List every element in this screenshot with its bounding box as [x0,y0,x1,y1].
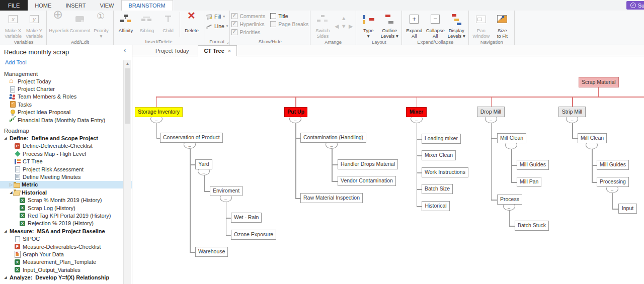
expanded-arrow-icon[interactable]: ◢ [4,275,8,279]
sidebar-item-metric[interactable]: ▷Metric [0,181,132,188]
sidebar-item-project-idea-proposal[interactable]: Project Idea Proposal [0,109,132,116]
tree-node-mill-guides[interactable]: Mill Guides [597,160,629,170]
make-x-button[interactable]: Make X Variable [3,11,24,39]
affinity-button[interactable]: Affinity [115,11,136,33]
sidebar-item-sipoc[interactable]: SIPOC [0,235,132,242]
sidebar-item-scrap-month-2019-history-[interactable]: Scrap % Month 2019 (History) [0,196,132,204]
tree-node-processing[interactable]: Processing [597,177,629,187]
expanded-arrow-icon[interactable]: ◢ [4,229,8,233]
arrange-left-icon[interactable]: ◀ [335,23,339,30]
sidebar-item-define-deliverable-checklist[interactable]: Define-Deliverable-Checklist [0,142,132,150]
hyperlink-button[interactable]: Hyperlink [48,11,69,33]
tree-node-yard[interactable]: Yard [195,159,212,169]
tree-node-mixer-clean[interactable]: Mixer Clean [422,150,456,160]
switch-button[interactable]: Switch Sides [312,11,333,39]
tree-node-storage-inventory[interactable]: Storage Inventory [135,107,183,117]
checkbox-page-breaks[interactable]: Page Breaks [270,21,308,27]
add-tool-link[interactable]: Add Tool [0,57,132,67]
sidebar-item-measure-deliverables-checklist[interactable]: Measure-Deliverables-Checklist [0,243,132,250]
sidebar-scrollbar[interactable]: ▲ [123,60,131,284]
tree-node-scrap-material[interactable]: Scrap Material [579,77,619,87]
sidebar-item-project-risk-assessment[interactable]: Project Risk Assessment [0,165,132,173]
checkbox-title[interactable]: Title [270,13,308,19]
tree-node-mill-guides[interactable]: Mill Guides [517,160,549,170]
tree-node-vendor-contamination[interactable]: Vendor Contamination [338,176,396,186]
ribbon-tab-view[interactable]: VIEW [93,0,121,11]
sidebar-item-define-meeting-minutes[interactable]: Define Meeting Minutes [0,173,132,180]
sidebar-item-tasks[interactable]: Tasks [0,101,132,108]
size-button[interactable]: Size to Fit [492,11,513,39]
child-button[interactable]: Child [157,11,179,33]
arrange-down-icon[interactable]: ▼ [341,23,347,29]
roadmap-phase-analyze-develop-y-f-x-relation[interactable]: ◢Analyze: Develop Y=f(X) Relationship [0,273,132,281]
tree-node-mixer[interactable]: Mixer [406,107,427,117]
pan-button[interactable]: Pan Window [470,11,492,39]
expanded-arrow-icon[interactable]: ◢ [4,136,8,140]
checkbox-icon[interactable] [231,13,237,19]
arrange-up-icon[interactable]: ▲ [341,15,347,21]
tree-node-handler-drops-material[interactable]: Handler Drops Material [338,159,398,169]
sidebar-item-red-tag-kpi-portal-2019-histor[interactable]: Red Tag KPI Portal 2019 (History) [0,212,132,219]
collapsed-arrow-icon[interactable]: ▷ [9,182,13,187]
tree-node-input[interactable]: Input [618,204,637,214]
submit-button[interactable]: ✓ Submit [626,1,644,10]
make-y-button[interactable]: Make Y Variable [24,11,45,39]
tree-node-mill-pan[interactable]: Mill Pan [517,177,541,187]
tree-node-conservation-of-product[interactable]: Conservation of Product [160,133,223,143]
sidebar-item-scrap-log-history-[interactable]: Scrap Log (History) [0,204,132,212]
tree-node-enviroment[interactable]: Enviroment [210,186,243,196]
close-tab-icon[interactable]: × [228,48,231,54]
priority-button[interactable]: Priority ▾ [91,11,112,39]
sidebar-item-ct-tree[interactable]: CT Tree [0,158,132,165]
sidebar-item-project-today[interactable]: Project Today [0,77,132,85]
display-button[interactable]: Display Levels ▾ [446,11,467,39]
scroll-up-icon[interactable]: ▲ [124,60,131,67]
roadmap-phase-define-define-and-scope-projec[interactable]: ◢Define: Define and Scope Project [0,134,132,142]
sidebar-item-measurement-plan-template[interactable]: Measurement_Plan_Template [0,258,132,266]
sidebar-item-historical[interactable]: ◢Historical [0,188,132,196]
tree-node-mill-clean[interactable]: Mill Clean [578,133,607,143]
type-button[interactable]: Type ▾ [358,11,379,39]
ribbon-tab-insert[interactable]: INSERT [58,0,93,11]
checkbox-comments[interactable]: Comments [231,13,265,19]
collapse-button[interactable]: Collapse All [425,11,446,39]
sidebar-item-graph-your-data[interactable]: Graph Your Data [0,250,132,258]
sidebar-item-process-map-high-level[interactable]: Process Map - High Level [0,150,132,157]
tree-node-wet-rain[interactable]: Wet - Rain [231,213,262,223]
checkbox-hyperlinks[interactable]: Hyperlinks [231,21,265,27]
checkbox-icon[interactable] [231,29,237,35]
tree-node-process[interactable]: Process [497,195,522,205]
checkbox-icon[interactable] [231,21,237,27]
sidebar-item-team-members-roles[interactable]: Team Members & Roles [0,93,132,101]
tree-node-raw-material-inspection[interactable]: Raw Material Inspection [300,193,363,203]
sidebar-item-project-charter[interactable]: Project Charter [0,85,132,92]
ribbon-tab-file[interactable]: FILE [0,0,28,11]
sidebar-item-rejection-2019-history-[interactable]: Rejection % 2019 (History) [0,220,132,227]
tree-node-strip-mill[interactable]: Strip Mill [558,107,586,117]
dialog-launcher-icon[interactable]: ⌟ [227,40,229,44]
expand-button[interactable]: Expand All [404,11,425,39]
tree-node-loading-mixer[interactable]: Loading mixer [422,134,461,144]
scroll-thumb[interactable] [125,68,130,124]
roadmap-phase-measure-msa-and-project-baseli[interactable]: ◢Measure: MSA and Project Baseline [0,227,132,235]
tree-node-work-instructions[interactable]: Work Instructions [422,167,468,177]
collapse-panel-chevron-icon[interactable]: ‹ [124,47,126,54]
tree-node-contamination-handling-[interactable]: Contamination (Handling) [300,133,366,143]
doc-tab-project-today[interactable]: Project Today [146,45,198,56]
expanded-arrow-icon[interactable]: ◢ [9,191,13,195]
tree-node-batch-size[interactable]: Batch Size [422,184,453,194]
doc-tab-ct-tree[interactable]: CT Tree× [198,45,237,56]
outline-button[interactable]: Outline Levels ▾ [379,11,400,39]
sidebar-item-input-output-variables[interactable]: Input_Output_Variables [0,266,132,273]
tree-node-ozone-exposure[interactable]: Ozone Exposure [231,230,276,240]
tree-node-put-up[interactable]: Put Up [284,107,307,117]
diagram-canvas[interactable]: Scrap MaterialStorage Inventory–Conserva… [132,56,644,284]
comment-button[interactable]: Comment [69,11,91,33]
checkbox-icon[interactable] [270,13,276,19]
tree-node-warehouse[interactable]: Warehouse [195,247,228,257]
arrange-right-icon[interactable]: ▶ [349,23,353,30]
delete-button[interactable]: Delete [181,11,202,33]
tree-node-drop-mill[interactable]: Drop Mill [477,107,505,117]
checkbox-icon[interactable] [270,21,276,27]
sidebar-item-financial-data-monthly-data-en[interactable]: Financial Data (Monthly Data Entry) [0,116,132,124]
